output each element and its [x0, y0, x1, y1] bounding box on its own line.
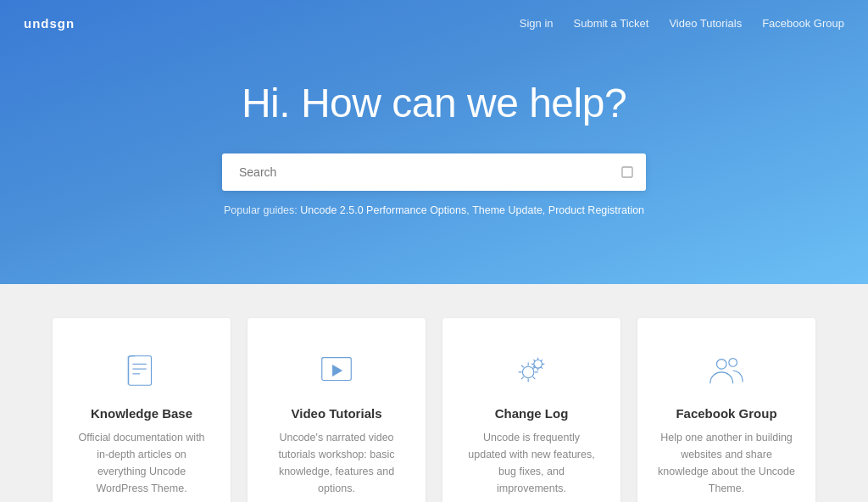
change-log-desc: Uncode is frequently updated with new fe…: [463, 429, 600, 497]
knowledge-base-desc: Official documentation with in-depth art…: [73, 429, 210, 497]
book-icon: [120, 349, 164, 393]
video-tutorials-title: Video Tutorials: [268, 406, 405, 421]
video-tutorials-card: Video Tutorials Uncode's narrated video …: [248, 318, 426, 502]
knowledge-base-card: Knowledge Base Official documentation wi…: [53, 318, 231, 502]
svg-point-7: [522, 366, 533, 377]
video-tutorials-desc: Uncode's narrated video tutorials worksh…: [268, 429, 405, 497]
facebook-group-desc: Help one another in building websites an…: [658, 429, 795, 497]
change-log-title: Change Log: [463, 406, 600, 421]
search-input[interactable]: [222, 153, 646, 191]
navigation: undsgn Sign in Submit a Ticket Video Tut…: [0, 0, 868, 46]
sign-in-link[interactable]: Sign in: [520, 17, 554, 30]
popular-guide-3[interactable]: Product Registration: [548, 204, 644, 216]
hero-content: Hi. How can we help? Popular guides: Unc…: [0, 46, 868, 284]
gear-icon: [509, 349, 554, 393]
svg-point-10: [729, 359, 737, 367]
svg-marker-6: [332, 365, 342, 376]
search-icon: [620, 165, 634, 179]
search-box: [222, 153, 646, 191]
svg-point-9: [717, 360, 727, 370]
cards-section: Knowledge Base Official documentation wi…: [0, 284, 868, 502]
popular-guide-1[interactable]: Uncode 2.5.0 Performance Options: [300, 204, 466, 216]
people-icon: [704, 349, 748, 393]
popular-guides: Popular guides: Uncode 2.5.0 Performance…: [17, 204, 851, 216]
cards-grid: Knowledge Base Official documentation wi…: [53, 318, 815, 502]
svg-rect-0: [622, 167, 632, 177]
facebook-group-nav-link[interactable]: Facebook Group: [762, 17, 844, 30]
svg-rect-1: [129, 356, 152, 386]
facebook-group-card: Facebook Group Help one another in build…: [637, 318, 815, 502]
play-icon: [314, 349, 359, 393]
popular-guide-2[interactable]: Theme Update: [472, 204, 542, 216]
search-submit-button[interactable]: [620, 165, 634, 179]
nav-links: Sign in Submit a Ticket Video Tutorials …: [520, 15, 844, 31]
knowledge-base-title: Knowledge Base: [73, 406, 210, 421]
hero-title: Hi. How can we help?: [17, 80, 851, 126]
video-tutorials-nav-link[interactable]: Video Tutorials: [669, 17, 742, 30]
facebook-group-title: Facebook Group: [658, 406, 795, 421]
submit-ticket-link[interactable]: Submit a Ticket: [574, 17, 649, 30]
hero-section: undsgn Sign in Submit a Ticket Video Tut…: [0, 0, 868, 284]
change-log-card: Change Log Uncode is frequently updated …: [442, 318, 620, 502]
logo: undsgn: [24, 16, 75, 31]
